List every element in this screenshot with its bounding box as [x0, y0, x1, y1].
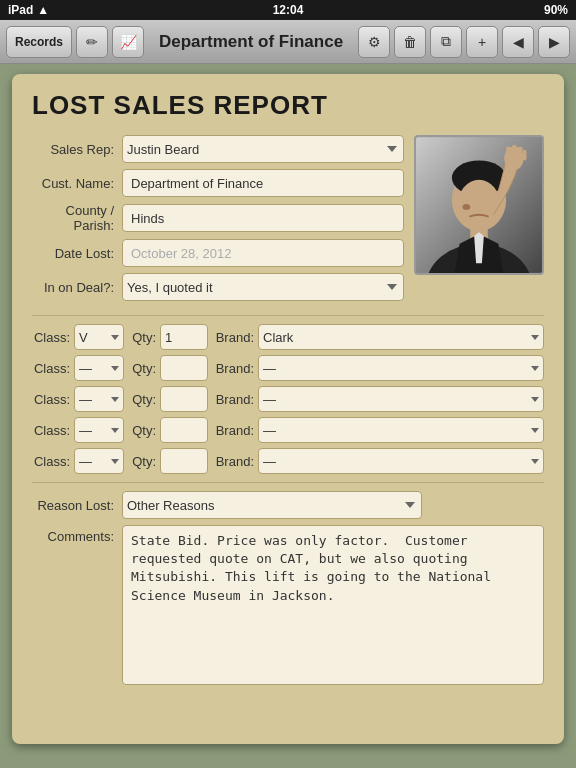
divider: [32, 315, 544, 316]
status-left: iPad ▲: [8, 3, 49, 17]
paper-card: LOST SALES REPORT Sales Rep: Justin Bear…: [12, 74, 564, 744]
battery-label: 90%: [544, 3, 568, 17]
sales-rep-select[interactable]: Justin Beard: [122, 135, 404, 163]
in-on-deal-select[interactable]: Yes, I quoted it No: [122, 273, 404, 301]
cust-name-input[interactable]: [122, 169, 404, 197]
qty-label-5: Qty:: [128, 454, 156, 469]
report-title: LOST SALES REPORT: [32, 90, 544, 121]
divider-2: [32, 482, 544, 483]
copy-button[interactable]: ⧉: [430, 26, 462, 58]
trash-button[interactable]: 🗑: [394, 26, 426, 58]
reason-lost-select[interactable]: Other Reasons Price Competition: [122, 491, 422, 519]
class-row-5: Class: — Qty: Brand: —: [32, 448, 544, 474]
settings-icon: ⚙: [368, 34, 381, 50]
class-select-1[interactable]: V—: [74, 324, 124, 350]
form-fields: Sales Rep: Justin Beard Cust. Name: Coun…: [32, 135, 404, 307]
brand-select-4[interactable]: —: [258, 417, 544, 443]
brand-label-3: Brand:: [212, 392, 254, 407]
status-time: 12:04: [273, 3, 304, 17]
class-row-2: Class: — Qty: Brand: —: [32, 355, 544, 381]
sales-rep-label: Sales Rep:: [32, 142, 122, 157]
qty-input-4[interactable]: [160, 417, 208, 443]
county-input[interactable]: [122, 204, 404, 232]
date-lost-row: Date Lost:: [32, 239, 404, 267]
form-top-section: Sales Rep: Justin Beard Cust. Name: Coun…: [32, 135, 544, 307]
qty-label-3: Qty:: [128, 392, 156, 407]
qty-input-1[interactable]: [160, 324, 208, 350]
date-lost-label: Date Lost:: [32, 246, 122, 261]
chart-icon: 📈: [120, 34, 137, 50]
next-button[interactable]: ▶: [538, 26, 570, 58]
class-row-4: Class: — Qty: Brand: —: [32, 417, 544, 443]
toolbar: Records ✏ 📈 Department of Finance ⚙ 🗑 ⧉ …: [0, 20, 576, 64]
sales-rep-row: Sales Rep: Justin Beard: [32, 135, 404, 163]
page-background: LOST SALES REPORT Sales Rep: Justin Bear…: [0, 64, 576, 768]
qty-label-2: Qty:: [128, 361, 156, 376]
cust-name-label: Cust. Name:: [32, 176, 122, 191]
brand-label-5: Brand:: [212, 454, 254, 469]
prev-icon: ◀: [513, 34, 524, 50]
brand-select-3[interactable]: —: [258, 386, 544, 412]
comments-row: Comments: State Bid. Price was only fact…: [32, 525, 544, 685]
status-right: 90%: [544, 3, 568, 17]
class-row-3: Class: — Qty: Brand: —: [32, 386, 544, 412]
toolbar-title: Department of Finance: [148, 32, 354, 52]
svg-rect-8: [512, 145, 517, 159]
class-select-2[interactable]: —: [74, 355, 124, 381]
ipad-label: iPad: [8, 3, 33, 17]
qty-label-1: Qty:: [128, 330, 156, 345]
chart-button[interactable]: 📈: [112, 26, 144, 58]
in-on-deal-label: In on Deal?:: [32, 280, 122, 295]
qty-input-2[interactable]: [160, 355, 208, 381]
class-label-2: Class:: [32, 361, 70, 376]
qty-label-4: Qty:: [128, 423, 156, 438]
add-icon: +: [478, 34, 486, 50]
records-button[interactable]: Records: [6, 26, 72, 58]
edit-button[interactable]: ✏: [76, 26, 108, 58]
cust-name-row: Cust. Name:: [32, 169, 404, 197]
in-on-deal-row: In on Deal?: Yes, I quoted it No: [32, 273, 404, 301]
svg-rect-10: [523, 150, 527, 161]
comments-textarea[interactable]: State Bid. Price was only factor. Custom…: [122, 525, 544, 685]
brand-label-4: Brand:: [212, 423, 254, 438]
svg-rect-7: [506, 147, 511, 161]
class-select-4[interactable]: —: [74, 417, 124, 443]
svg-rect-9: [518, 147, 523, 160]
edit-icon: ✏: [86, 34, 98, 50]
photo-box: [414, 135, 544, 275]
class-label-5: Class:: [32, 454, 70, 469]
class-rows: Class: V— Qty: Brand: Clark— Class: — Qt…: [32, 324, 544, 474]
brand-select-1[interactable]: Clark—: [258, 324, 544, 350]
date-lost-input[interactable]: [122, 239, 404, 267]
class-select-3[interactable]: —: [74, 386, 124, 412]
brand-select-2[interactable]: —: [258, 355, 544, 381]
wifi-icon: ▲: [37, 3, 49, 17]
records-label: Records: [15, 35, 63, 49]
qty-input-3[interactable]: [160, 386, 208, 412]
prev-button[interactable]: ◀: [502, 26, 534, 58]
brand-label-2: Brand:: [212, 361, 254, 376]
class-label-3: Class:: [32, 392, 70, 407]
settings-button[interactable]: ⚙: [358, 26, 390, 58]
reason-lost-row: Reason Lost: Other Reasons Price Competi…: [32, 491, 544, 519]
class-label-1: Class:: [32, 330, 70, 345]
status-bar: iPad ▲ 12:04 90%: [0, 0, 576, 20]
next-icon: ▶: [549, 34, 560, 50]
reason-lost-label: Reason Lost:: [32, 498, 122, 513]
county-label: County / Parish:: [32, 203, 122, 233]
add-button[interactable]: +: [466, 26, 498, 58]
svg-point-12: [463, 204, 471, 210]
brand-select-5[interactable]: —: [258, 448, 544, 474]
qty-input-5[interactable]: [160, 448, 208, 474]
class-select-5[interactable]: —: [74, 448, 124, 474]
class-row-1: Class: V— Qty: Brand: Clark—: [32, 324, 544, 350]
trash-icon: 🗑: [403, 34, 417, 50]
comments-label: Comments:: [32, 525, 122, 544]
copy-icon: ⧉: [441, 33, 451, 50]
brand-label-1: Brand:: [212, 330, 254, 345]
class-label-4: Class:: [32, 423, 70, 438]
person-photo: [416, 137, 542, 273]
county-row: County / Parish:: [32, 203, 404, 233]
